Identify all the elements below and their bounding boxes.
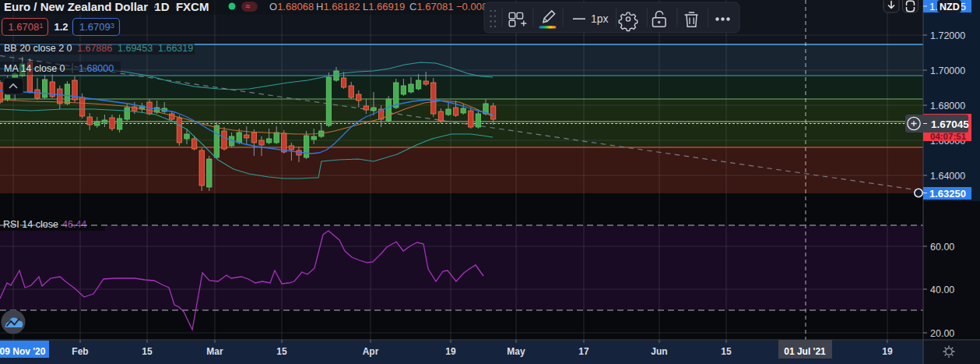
svg-text:May: May (507, 346, 525, 357)
svg-text:1.67045: 1.67045 (931, 118, 969, 130)
svg-text:1.64000: 1.64000 (930, 171, 965, 182)
svg-text:L1.66919: L1.66919 (363, 1, 405, 12)
svg-text:1.66319: 1.66319 (158, 43, 193, 54)
svg-text:O1.68068: O1.68068 (269, 1, 314, 12)
svg-text:Jun: Jun (651, 346, 667, 357)
svg-text:19: 19 (882, 346, 893, 357)
svg-text:≈: ≈ (245, 2, 250, 11)
svg-text:20.00: 20.00 (930, 328, 954, 339)
svg-text:NZD: NZD (940, 2, 960, 12)
svg-text:H1.68182: H1.68182 (316, 1, 360, 12)
svg-text:01 Jul '21: 01 Jul '21 (784, 346, 826, 357)
svg-text:Euro / New Zealand Dollar 1D: Euro / New Zealand Dollar 1D FXCM (4, 0, 209, 13)
svg-text:C1.67081: C1.67081 (409, 1, 453, 12)
svg-text:15: 15 (276, 346, 287, 357)
svg-text:RSI 14 close: RSI 14 close (3, 219, 58, 230)
svg-text:1.68000: 1.68000 (79, 63, 114, 74)
svg-text:1.67886: 1.67886 (77, 43, 112, 54)
svg-text:04:07:51: 04:07:51 (930, 132, 967, 141)
svg-text:Apr: Apr (363, 346, 379, 357)
svg-text:1.2: 1.2 (54, 21, 68, 33)
svg-text:1.70000: 1.70000 (930, 65, 965, 76)
svg-text:1.72000: 1.72000 (930, 30, 965, 41)
svg-text:1.67093: 1.67093 (79, 21, 114, 33)
svg-text:17: 17 (578, 346, 589, 357)
svg-text:MA 14 close 0: MA 14 close 0 (4, 63, 65, 74)
svg-text:Feb: Feb (72, 346, 88, 357)
svg-text:15: 15 (142, 346, 153, 357)
svg-text:Mar: Mar (206, 346, 223, 357)
svg-text:1.67081: 1.67081 (9, 21, 44, 33)
svg-text:BB 20 close 2 0: BB 20 close 2 0 (4, 43, 72, 54)
svg-text:1.68000: 1.68000 (930, 101, 965, 111)
svg-text:40.00: 40.00 (930, 284, 954, 295)
svg-text:60.00: 60.00 (930, 242, 954, 253)
svg-text:15: 15 (721, 346, 732, 357)
svg-text:09 Nov '20: 09 Nov '20 (0, 346, 46, 357)
svg-text:1.63250: 1.63250 (929, 188, 966, 200)
svg-text:1.69453: 1.69453 (118, 43, 153, 54)
svg-text:19: 19 (445, 346, 456, 357)
svg-text:1px: 1px (591, 12, 609, 25)
svg-text:46.44: 46.44 (62, 219, 86, 230)
